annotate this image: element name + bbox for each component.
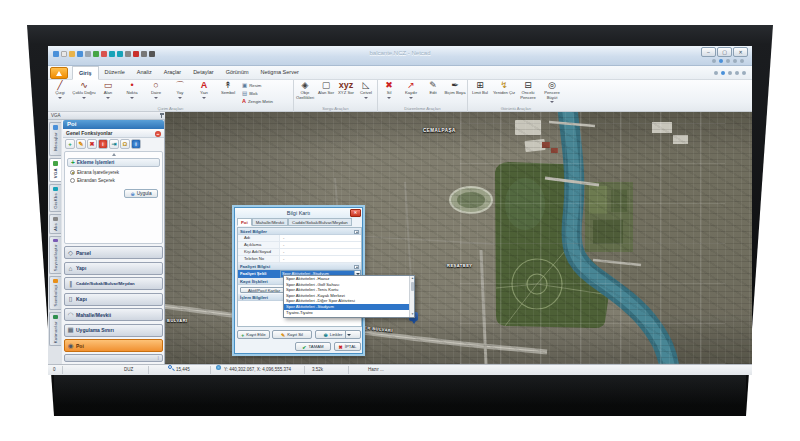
- edit-button[interactable]: ✎Edit: [422, 80, 444, 106]
- cetvel-button[interactable]: ◺Cetvel: [356, 80, 376, 106]
- accordion-cadde[interactable]: ∥Cadde/Sokak/Bulvar/Meydan: [64, 277, 163, 290]
- iptal-button[interactable]: ✖İPTAL: [334, 342, 361, 351]
- accordion-poi[interactable]: ◉Poi: [64, 339, 163, 352]
- app-menu-button[interactable]: [50, 67, 68, 79]
- linkler-button[interactable]: ⊕Linkler: [315, 330, 361, 339]
- tamam-button[interactable]: ✔TAMAM: [295, 342, 331, 351]
- tab-detaylar[interactable]: Detaylar: [187, 66, 219, 80]
- ekleme-islemleri-bar[interactable]: + Ekleme İşlemleri: [67, 158, 160, 167]
- sidebar-tab-giskbs[interactable]: GisKbs: [49, 184, 61, 212]
- coklu-dogru-button[interactable]: ∿Çoklu Doğru: [72, 80, 96, 106]
- sidebar-tab-sayisallastir[interactable]: Sayısallaştır: [49, 236, 61, 274]
- scroll-thumb[interactable]: [411, 282, 415, 291]
- tab-netigma-server[interactable]: Netigma Server: [255, 66, 305, 80]
- sidebar-tab-vga[interactable]: VGA: [49, 158, 61, 182]
- section-collapse-icon[interactable]: [354, 265, 359, 269]
- kayit-sil-button[interactable]: ✎Kayıt Sil: [272, 330, 312, 339]
- accordion-kapi[interactable]: ▯Kapı: [64, 293, 163, 306]
- yeniden-ciz-button[interactable]: ↯Yeniden Çiz: [492, 80, 516, 106]
- limit-bul-button[interactable]: ⊞Limit Bul: [468, 80, 492, 106]
- field-adi[interactable]: Adı-: [238, 235, 361, 242]
- maximize-button[interactable]: ▢: [717, 47, 732, 57]
- skin-icon[interactable]: [714, 71, 718, 75]
- zengin-metin-button[interactable]: AZengin Metin: [242, 97, 292, 105]
- sembol-button[interactable]: ↟Sembol: [216, 80, 240, 106]
- help-icon[interactable]: [719, 59, 723, 63]
- field-telefon[interactable]: Telefon No-: [238, 256, 361, 263]
- uygula-button[interactable]: ⊕ Uygula: [124, 189, 158, 198]
- dialog-tab-mahalle[interactable]: Mahalle/Mevkii: [252, 218, 288, 226]
- accordion-parsel[interactable]: ◇Parsel: [64, 246, 163, 259]
- nokta-button[interactable]: •Nokta: [120, 80, 144, 106]
- tab-araclar[interactable]: Araçlar: [158, 66, 187, 80]
- linkler-dropdown-icon[interactable]: [345, 331, 352, 338]
- dropdown-scrollbar[interactable]: ▲ ▼: [409, 276, 414, 317]
- info-red-button[interactable]: i: [98, 139, 108, 149]
- tab-gorunum[interactable]: Görünüm: [220, 66, 255, 80]
- yazi-button[interactable]: AYazı: [192, 80, 216, 106]
- dialog-close-button[interactable]: ✕: [350, 209, 361, 217]
- section-collapse-icon[interactable]: [354, 230, 359, 234]
- sidebar-tab-aks[interactable]: Aks: [49, 214, 61, 234]
- kayit-ekle-button[interactable]: +Kayıt Ekle: [237, 330, 270, 339]
- lock-button[interactable]: Ω: [120, 139, 130, 149]
- minimize-ribbon-icon[interactable]: [726, 59, 730, 63]
- field-aciklama[interactable]: Açıklama-: [238, 242, 361, 249]
- close-button[interactable]: ✕: [733, 47, 748, 57]
- bicim-boya-button[interactable]: ✒Biçim Boya: [444, 80, 466, 106]
- tab-giris[interactable]: Giriş: [72, 66, 99, 80]
- cizgi-button[interactable]: ╱Çizgi: [48, 80, 72, 106]
- onceki-pencere-button[interactable]: ⊟Önceki Pencere: [516, 80, 540, 106]
- alan-sor-button[interactable]: ▢Alan Sor: [316, 80, 336, 106]
- layout-icon[interactable]: [742, 71, 746, 75]
- section-faaliyet-bilgisi[interactable]: Faaliyet Bilgisi: [238, 263, 361, 270]
- obje-ozellikleri-button[interactable]: ◈Obje Özellikleri: [294, 80, 316, 106]
- scroll-down-icon[interactable]: ▼: [410, 312, 415, 317]
- accordion-yapi[interactable]: ⌂Yapı: [64, 262, 163, 275]
- delete-button[interactable]: ✖: [87, 139, 97, 149]
- expand-icon[interactable]: [740, 59, 744, 63]
- daire-button[interactable]: ○Daire: [144, 80, 168, 106]
- accordion-overflow-strip[interactable]: ⁞: [64, 354, 163, 362]
- status-scale[interactable]: 3.52k: [312, 365, 323, 375]
- yay-button[interactable]: ⌒Yay: [168, 80, 192, 106]
- xyz-sor-button[interactable]: xyzXYZ Sor: [336, 80, 356, 106]
- aktif-pasif-kartlar-button[interactable]: Aktif/Pasif Kartlar: [240, 287, 288, 293]
- accordion-mahalle[interactable]: ◠Mahalle/Mevkii: [64, 308, 163, 321]
- options-icon[interactable]: [733, 59, 737, 63]
- add-button[interactable]: +: [65, 139, 75, 149]
- resim-button[interactable]: ▣Resim: [242, 81, 292, 89]
- collapse-handle[interactable]: [65, 152, 162, 157]
- dialog-tab-cadde[interactable]: Cadde/Sokak/Bulvar/Meydan: [288, 218, 352, 226]
- pin2-icon[interactable]: [735, 71, 739, 75]
- scroll-up-icon[interactable]: ▲: [410, 276, 415, 281]
- collapse-red-icon[interactable]: –: [155, 131, 161, 137]
- accordion-uygulama-siniri[interactable]: ▦Uygulama Sınırı: [64, 324, 163, 337]
- sidebar-tab-mesajlar[interactable]: Mesajlar: [49, 122, 61, 156]
- tab-duzenle[interactable]: Düzenle: [99, 66, 131, 80]
- edit-button[interactable]: ✎: [76, 139, 86, 149]
- pin-icon[interactable]: [161, 114, 162, 118]
- status-mode[interactable]: DUZ: [124, 365, 133, 375]
- radio-ekrandan-secerek[interactable]: Ekrandan Seçerek: [70, 178, 162, 183]
- info-icon[interactable]: [721, 71, 725, 75]
- blok-button[interactable]: ▤Blok: [242, 89, 292, 97]
- poi-panel-header[interactable]: Poi: [63, 120, 164, 129]
- sidebar-tab-katmanlar[interactable]: Katmanlar: [49, 312, 61, 346]
- info-blue-button[interactable]: i: [131, 139, 141, 149]
- dialog-tab-poi[interactable]: Poi: [237, 218, 252, 226]
- alan-button[interactable]: ▭Alan: [96, 80, 120, 106]
- minimize-button[interactable]: –: [701, 47, 716, 57]
- export-button[interactable]: ⇥: [109, 139, 119, 149]
- status-zoom[interactable]: 15,445: [176, 365, 190, 375]
- sil-button[interactable]: ✖Sil: [378, 80, 400, 106]
- tab-analiz[interactable]: Analiz: [131, 66, 158, 80]
- field-kisi-adi[interactable]: Kişi Adı/Soyad-: [238, 249, 361, 256]
- theme-icon[interactable]: [712, 59, 716, 63]
- radio-ekrana-isaretleyerek[interactable]: Ekrana İşaretleyerek: [70, 170, 162, 175]
- pencere-buyut-button[interactable]: ◎Pencere Büyüt: [540, 80, 564, 106]
- kaydir-button[interactable]: ↗Kaydır: [400, 80, 422, 106]
- dropdown-item[interactable]: Tiyatro-Tiyatro: [284, 310, 409, 316]
- sidebar-tab-semboloji[interactable]: Semboloji: [49, 276, 61, 310]
- link-icon[interactable]: [728, 71, 732, 75]
